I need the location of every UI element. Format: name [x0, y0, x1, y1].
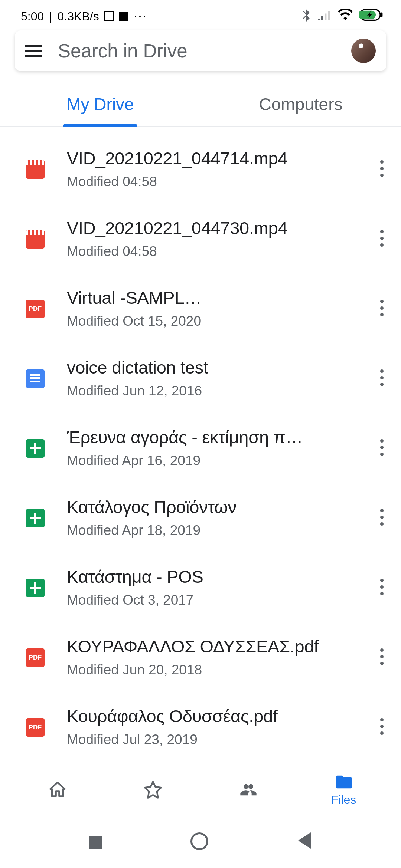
status-separator: | [49, 10, 52, 23]
tab-computers-label: Computers [259, 94, 343, 114]
android-back-button[interactable] [296, 832, 316, 852]
file-modified: Modified Jun 20, 2018 [67, 662, 371, 678]
nav-files-label: Files [331, 793, 356, 807]
android-nav-bar [0, 817, 401, 868]
nav-shared[interactable] [215, 780, 282, 799]
more-vert-icon [380, 579, 384, 595]
file-modified: Modified Oct 15, 2020 [67, 313, 371, 329]
file-more-button[interactable] [371, 369, 393, 386]
people-icon [239, 780, 258, 799]
upload-icon [119, 12, 128, 21]
folder-icon [334, 772, 353, 792]
account-avatar[interactable] [351, 39, 376, 63]
file-meta: ΚΟΥΡΑΦΑΛΛΟΣ ΟΔΥΣΣΕΑΣ.pdfModified Jun 20,… [67, 635, 371, 678]
file-row[interactable]: Κατάστημα - POSModified Oct 3, 2017 [0, 552, 401, 622]
star-icon [143, 780, 163, 799]
more-vert-icon [380, 300, 384, 316]
file-meta: VID_20210221_044714.mp4Modified 04:58 [67, 147, 371, 190]
file-row[interactable]: Έρευνα αγοράς - εκτίμηση π…Modified Apr … [0, 412, 401, 482]
bluetooth-icon [301, 8, 311, 24]
file-row[interactable]: Κατάλογος ΠροϊόντωνModified Apr 18, 2019 [0, 482, 401, 552]
file-more-button[interactable] [371, 300, 393, 316]
sim-icon [104, 11, 114, 21]
pdf-file-icon: PDF [26, 718, 45, 737]
file-more-button[interactable] [371, 509, 393, 526]
more-vert-icon [380, 369, 384, 386]
file-name: Κατάλογος Προϊόντων [67, 496, 371, 518]
status-bar: 5:00 | 0.3KB/s ⋯ [0, 0, 401, 33]
home-icon [48, 780, 67, 799]
file-meta: VID_20210221_044730.mp4Modified 04:58 [67, 217, 371, 259]
file-row[interactable]: VID_20210221_044714.mp4Modified 04:58 [0, 134, 401, 203]
file-row[interactable]: PDFVirtual -SAMPL…Modified Oct 15, 2020 [0, 273, 401, 343]
sheet-file-icon [26, 509, 45, 527]
file-name: Virtual -SAMPL… [67, 287, 371, 309]
more-vert-icon [380, 648, 384, 665]
file-row[interactable]: voice dictation testModified Jun 12, 201… [0, 343, 401, 412]
status-time: 5:00 [21, 10, 44, 23]
file-name: VID_20210221_044730.mp4 [67, 217, 371, 239]
tab-computers[interactable]: Computers [200, 82, 401, 126]
file-more-button[interactable] [371, 439, 393, 456]
status-left: 5:00 | 0.3KB/s ⋯ [21, 9, 147, 24]
file-row[interactable]: VID_20210221_044730.mp4Modified 04:58 [0, 203, 401, 273]
file-modified: Modified 04:58 [67, 174, 371, 190]
android-recent-button[interactable] [85, 832, 105, 852]
nav-starred[interactable] [120, 780, 186, 799]
video-file-icon [26, 160, 45, 179]
status-more-icon: ⋯ [133, 9, 147, 24]
video-file-icon [26, 230, 45, 249]
sheet-file-icon [26, 439, 45, 458]
menu-button[interactable] [25, 45, 42, 57]
cell-signal-icon [318, 9, 331, 23]
file-meta: Κατάστημα - POSModified Oct 3, 2017 [67, 566, 371, 608]
file-row[interactable]: PDFΚουράφαλος Οδυσσέας.pdfModified Jul 2… [0, 691, 401, 761]
pdf-file-icon: PDF [26, 300, 45, 318]
file-more-button[interactable] [371, 718, 393, 735]
nav-files[interactable]: Files [310, 772, 377, 807]
pdf-file-icon: PDF [26, 648, 45, 667]
bottom-nav: Files [0, 762, 401, 817]
file-name: ΚΟΥΡΑΦΑΛΛΟΣ ΟΔΥΣΣΕΑΣ.pdf [67, 635, 371, 658]
file-name: Κουράφαλος Οδυσσέας.pdf [67, 705, 371, 727]
file-more-button[interactable] [371, 160, 393, 177]
file-more-button[interactable] [371, 230, 393, 247]
doc-file-icon [26, 369, 45, 388]
file-meta: voice dictation testModified Jun 12, 201… [67, 356, 371, 399]
tab-my-drive-label: My Drive [66, 94, 134, 114]
file-meta: Virtual -SAMPL…Modified Oct 15, 2020 [67, 287, 371, 329]
search-bar[interactable]: Search in Drive [15, 30, 386, 71]
file-meta: Έρευνα αγοράς - εκτίμηση π…Modified Apr … [67, 426, 371, 468]
file-meta: Κατάλογος ΠροϊόντωνModified Apr 18, 2019 [67, 496, 371, 538]
file-modified: Modified Apr 16, 2019 [67, 453, 371, 468]
tab-my-drive[interactable]: My Drive [0, 82, 200, 126]
file-name: VID_20210221_044714.mp4 [67, 147, 371, 170]
more-vert-icon [380, 509, 384, 526]
file-modified: Modified Oct 3, 2017 [67, 592, 371, 608]
android-home-button[interactable] [190, 832, 211, 852]
file-modified: Modified Jul 23, 2019 [67, 732, 371, 747]
file-modified: Modified Jun 12, 2016 [67, 383, 371, 399]
file-modified: Modified Apr 18, 2019 [67, 523, 371, 538]
svg-rect-1 [380, 13, 382, 17]
more-vert-icon [380, 230, 384, 247]
file-list[interactable]: VID_20210221_044714.mp4Modified 04:58VID… [0, 127, 401, 793]
status-network-speed: 0.3KB/s [58, 10, 99, 23]
file-name: Έρευνα αγοράς - εκτίμηση π… [67, 426, 371, 448]
file-more-button[interactable] [371, 648, 393, 665]
nav-home[interactable] [24, 780, 91, 799]
file-row[interactable]: PDFΚΟΥΡΑΦΑΛΛΟΣ ΟΔΥΣΣΕΑΣ.pdfModified Jun … [0, 622, 401, 691]
battery-charging-icon [359, 9, 383, 24]
file-meta: Κουράφαλος Οδυσσέας.pdfModified Jul 23, … [67, 705, 371, 747]
more-vert-icon [380, 718, 384, 735]
wifi-icon [338, 9, 353, 23]
file-name: voice dictation test [67, 356, 371, 379]
search-placeholder[interactable]: Search in Drive [58, 40, 336, 62]
more-vert-icon [380, 160, 384, 177]
file-modified: Modified 04:58 [67, 244, 371, 259]
more-vert-icon [380, 439, 384, 456]
status-right [301, 8, 383, 24]
file-more-button[interactable] [371, 579, 393, 595]
file-name: Κατάστημα - POS [67, 566, 371, 588]
sheet-file-icon [26, 579, 45, 597]
